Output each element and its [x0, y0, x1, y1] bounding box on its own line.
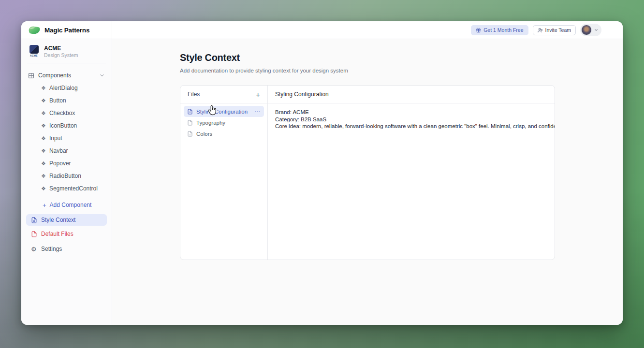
component-label: Navbar [49, 147, 68, 154]
style-context-card: Files + Styling Configuration ⋯ Typograp… [180, 85, 555, 260]
grid-icon [28, 72, 34, 79]
gear-icon: ⚙ [31, 246, 37, 252]
component-icon: ❖ [41, 98, 46, 103]
settings-label: Settings [41, 246, 62, 252]
top-bar-actions: Get 1 Month Free Invite Team [112, 21, 623, 39]
add-component-label: Add Component [50, 202, 92, 208]
avatar [581, 25, 592, 35]
main-content: Style Context Add documentation to provi… [112, 39, 623, 325]
file-row-colors[interactable]: Colors [184, 128, 264, 139]
sidebar-item-popover[interactable]: ❖Popover [21, 157, 112, 170]
sidebar-item-alertdialog[interactable]: ❖AlertDialog [21, 82, 112, 94]
file-content[interactable]: Brand: ACME Category: B2B SaaS Core idea… [268, 103, 555, 135]
sidebar: ACME ACME Design System Components ❖Aler… [21, 39, 112, 325]
component-icon: ❖ [41, 161, 46, 166]
workspace-switcher[interactable]: ACME ACME Design System [21, 44, 112, 63]
component-icon: ❖ [41, 186, 46, 191]
add-component-button[interactable]: + Add Component [21, 199, 112, 211]
components-section-header[interactable]: Components [21, 69, 112, 82]
sidebar-nav: Components ❖AlertDialog ❖Button ❖Checkbo… [21, 63, 112, 255]
file-text-icon [31, 217, 37, 223]
workspace-info: ACME Design System [44, 45, 78, 58]
chevron-down-icon [99, 72, 105, 78]
workspace-subtitle: Design System [44, 52, 78, 58]
user-plus-icon [538, 28, 543, 33]
sidebar-item-navbar[interactable]: ❖Navbar [21, 145, 112, 157]
component-icon: ❖ [41, 86, 46, 91]
file-list: Styling Configuration ⋯ Typography Color… [180, 103, 267, 142]
logo-text: Magic Patterns [44, 27, 89, 34]
component-label: Checkbox [49, 110, 75, 116]
file-text-icon [187, 131, 193, 137]
component-label: AlertDialog [49, 85, 78, 91]
magic-patterns-logo-icon [28, 26, 41, 35]
file-row-typography[interactable]: Typography [184, 117, 264, 128]
component-icon: ❖ [41, 174, 46, 179]
gift-icon [476, 28, 481, 33]
page-subtitle: Add documentation to provide styling con… [180, 68, 623, 73]
account-menu[interactable] [580, 24, 601, 36]
workspace-name: ACME [44, 45, 78, 52]
content-line: Core idea: modern, reliable, forward-loo… [275, 123, 547, 130]
app-window: Magic Patterns Get 1 Month Free Invite T… [21, 21, 623, 325]
top-bar: Magic Patterns Get 1 Month Free Invite T… [21, 21, 623, 39]
sidebar-item-radiobutton[interactable]: ❖RadioButton [21, 170, 112, 182]
component-label: SegmentedControl [49, 185, 98, 192]
style-context-label: Style Context [41, 217, 75, 223]
files-panel-header: Files + [180, 86, 267, 103]
file-label: Styling Configuration [196, 109, 248, 115]
logo-area[interactable]: Magic Patterns [21, 21, 112, 39]
file-row-styling-configuration[interactable]: Styling Configuration ⋯ [184, 106, 264, 117]
workspace-logo: ACME [28, 45, 40, 58]
sidebar-item-default-files[interactable]: Default Files [26, 228, 107, 240]
component-icon: ❖ [41, 123, 46, 129]
file-icon [31, 231, 37, 237]
files-header-label: Files [188, 91, 200, 98]
content-header-label: Styling Configuration [275, 91, 329, 98]
page: { "header": { "logo_text": "Magic Patter… [0, 0, 644, 348]
invite-team-label: Invite Team [545, 27, 571, 33]
sidebar-item-checkbox[interactable]: ❖Checkbox [21, 107, 112, 119]
default-files-label: Default Files [41, 231, 73, 237]
promo-button[interactable]: Get 1 Month Free [471, 25, 528, 35]
component-icon: ❖ [41, 136, 46, 141]
sidebar-item-style-context[interactable]: Style Context [26, 214, 107, 226]
more-options-icon[interactable]: ⋯ [254, 108, 261, 115]
sidebar-item-iconbutton[interactable]: ❖IconButton [21, 119, 112, 132]
files-panel: Files + Styling Configuration ⋯ Typograp… [180, 86, 268, 260]
file-label: Colors [196, 131, 212, 137]
component-label: Button [49, 97, 66, 104]
sidebar-item-input[interactable]: ❖Input [21, 132, 112, 145]
component-icon: ❖ [41, 148, 46, 154]
component-label: IconButton [49, 122, 77, 129]
file-text-icon [187, 120, 193, 126]
sidebar-item-settings[interactable]: ⚙ Settings [26, 243, 107, 255]
content-line: Brand: ACME [275, 109, 547, 116]
component-label: RadioButton [49, 173, 81, 179]
workspace-logo-mark [29, 45, 39, 54]
chevron-down-icon [594, 28, 599, 32]
content-line: Category: B2B SaaS [275, 116, 547, 123]
components-section-label: Components [38, 72, 71, 79]
invite-team-button[interactable]: Invite Team [533, 25, 576, 35]
component-label: Popover [49, 160, 71, 167]
file-content-panel: Styling Configuration Brand: ACME Catego… [268, 86, 555, 260]
file-text-icon [187, 109, 193, 115]
page-title: Style Context [180, 52, 623, 63]
component-icon: ❖ [41, 111, 46, 116]
workspace-logo-label: ACME [30, 54, 38, 57]
add-file-button[interactable]: + [256, 91, 260, 98]
plus-icon: + [43, 202, 46, 208]
file-label: Typography [196, 120, 225, 126]
sidebar-item-button[interactable]: ❖Button [21, 94, 112, 107]
body-row: ACME ACME Design System Components ❖Aler… [21, 39, 623, 325]
content-panel-header: Styling Configuration [268, 86, 555, 103]
component-label: Input [49, 135, 62, 142]
sidebar-item-segmentedcontrol[interactable]: ❖SegmentedControl [21, 182, 112, 195]
promo-button-label: Get 1 Month Free [483, 27, 523, 33]
